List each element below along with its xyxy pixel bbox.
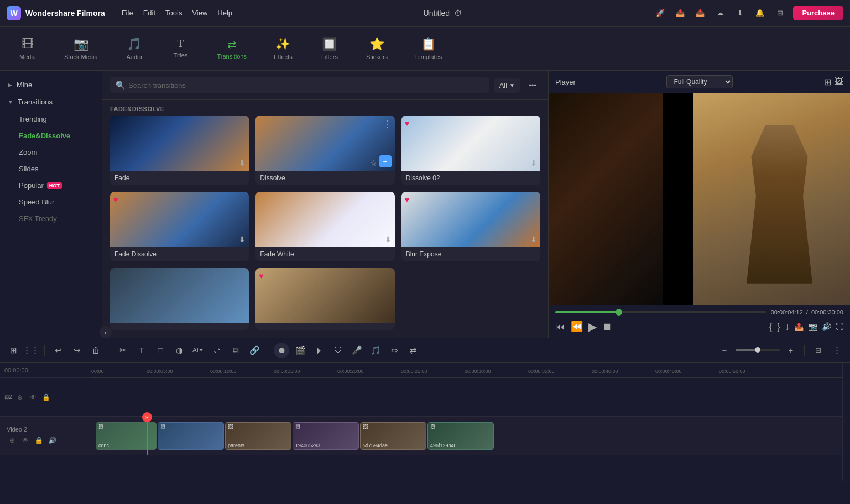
track-v2-lock-icon[interactable]: 🔒 [33, 435, 44, 446]
track-v2-volume-icon[interactable]: 🔊 [46, 435, 58, 446]
progress-thumb[interactable] [616, 309, 622, 316]
delete-button[interactable]: 🗑 [88, 343, 103, 358]
track-lock-icon[interactable]: 🔒 [41, 392, 52, 403]
audio-mix-button[interactable]: 🎵 [368, 343, 383, 358]
zoom-out-button[interactable]: − [717, 343, 732, 358]
sidebar-item-fade-dissolve[interactable]: Fade&Dissolve [3, 128, 98, 144]
sidebar-item-trending[interactable]: Trending [3, 111, 98, 127]
export-frame-button[interactable]: 📤 [794, 322, 804, 331]
redo-button[interactable]: ↪ [69, 343, 85, 358]
card-bottom1[interactable] [110, 268, 249, 330]
tab-effects[interactable]: ✨ Effects [267, 33, 300, 65]
zoom-slider[interactable] [736, 349, 780, 351]
purchase-button[interactable]: Purchase [793, 6, 843, 20]
play-button[interactable]: ▶ [588, 320, 597, 333]
download-icon[interactable]: ⬇ [732, 6, 748, 21]
mask-button[interactable]: ◑ [171, 343, 187, 358]
track-btn[interactable]: ⇔ [387, 343, 402, 358]
grid-icon[interactable]: ⊞ [772, 6, 788, 21]
record-button[interactable]: ⏺ [274, 343, 289, 358]
grid-layout-button[interactable]: ⊞ [810, 343, 826, 358]
ai-button[interactable]: AI✦ [190, 343, 206, 358]
skip-back-button[interactable]: ⏮ [555, 321, 565, 333]
transition-btn[interactable]: ⏵ [311, 343, 327, 358]
text-button[interactable]: T [134, 343, 149, 358]
sidebar-item-popular[interactable]: Popular HOT [3, 177, 98, 193]
sidebar-item-zoom[interactable]: Zoom [3, 144, 98, 160]
card-fade[interactable]: ⬇ Fade [110, 116, 249, 185]
tab-stickers[interactable]: ⭐ Stickers [359, 33, 394, 65]
clip-496[interactable]: 🖼 496f129b48... [427, 422, 494, 450]
cut-button[interactable]: ✂ [115, 343, 131, 358]
tab-titles[interactable]: T Titles [164, 34, 197, 63]
clip-parents[interactable]: 🖼 parents [225, 422, 291, 450]
portrait-view-icon[interactable]: 🖼 [835, 77, 843, 87]
audio-record-button[interactable]: 🎤 [349, 343, 364, 358]
menu-edit[interactable]: Edit [143, 9, 155, 17]
menu-view[interactable]: View [192, 9, 207, 17]
filter-dropdown[interactable]: All ▼ [494, 78, 520, 93]
download-icon[interactable]: ⬇ [530, 159, 537, 167]
track-add-icon[interactable]: ⊕ [14, 392, 25, 403]
swap-button[interactable]: ⇄ [405, 343, 421, 358]
insert-button[interactable]: ↓ [785, 321, 790, 333]
card-fade-dissolve[interactable]: ♥ ⬇ Fade Dissolve [110, 192, 249, 261]
download-icon[interactable]: ⬇ [385, 235, 392, 244]
tab-audio[interactable]: 🎵 Audio [118, 33, 151, 65]
timeline-scrollbar[interactable] [842, 363, 850, 481]
tab-templates[interactable]: 📋 Templates [408, 33, 449, 65]
progress-bar[interactable] [555, 311, 766, 313]
undo-button[interactable]: ↩ [50, 343, 66, 358]
clip-conc[interactable]: 🖼 conc [96, 422, 157, 450]
speed-button[interactable]: ⇌ [209, 343, 225, 358]
step-back-button[interactable]: ⏪ [571, 321, 583, 333]
star-icon[interactable]: ☆ [370, 159, 377, 167]
grid-view-icon[interactable]: ⊞ [824, 77, 831, 87]
download-icon[interactable]: ⬇ [239, 235, 246, 244]
search-input[interactable] [128, 81, 484, 90]
sidebar-item-slides[interactable]: Slides [3, 161, 98, 177]
download-icon[interactable]: ⬇ [530, 235, 537, 244]
snap-button[interactable]: ⋮⋮ [23, 343, 39, 358]
track-eye-icon[interactable]: 👁 [28, 392, 39, 403]
notification-icon[interactable]: 🔔 [752, 6, 768, 21]
tab-filters[interactable]: 🔲 Filters [313, 33, 346, 65]
card-blur-expose[interactable]: ♥ ⬇ Blur Expose [401, 192, 540, 261]
card-fade-white[interactable]: ⬇ Fade White [255, 192, 394, 261]
track-v2-eye-icon[interactable]: 👁 [20, 435, 31, 446]
sidebar-transitions-header[interactable]: ▼ Transitions [0, 93, 102, 111]
mark-out-button[interactable]: } [777, 321, 780, 333]
snapshot-button[interactable]: 📷 [808, 322, 817, 331]
cloud-icon[interactable]: ☁ [712, 6, 728, 21]
stop-button[interactable]: ⏹ [602, 321, 612, 333]
menu-file[interactable]: File [122, 9, 133, 17]
color-button[interactable]: 🛡 [330, 343, 346, 358]
fullscreen-button[interactable]: ⛶ [836, 322, 843, 331]
pip-button[interactable]: 🎬 [293, 343, 308, 358]
add-track-button[interactable]: ⊞ [6, 343, 21, 358]
crop-button[interactable]: □ [153, 343, 168, 358]
zoom-thumb[interactable] [755, 347, 760, 353]
magic-icon[interactable]: 🚀 [653, 6, 668, 21]
volume-button[interactable]: 🔊 [822, 322, 831, 331]
tab-media[interactable]: 🎞 Media [11, 33, 44, 65]
sidebar-mine-header[interactable]: ▶ Mine [0, 76, 102, 93]
clip-194[interactable]: 🖼 194065293... [293, 422, 359, 450]
mark-in-button[interactable]: { [769, 321, 773, 333]
more-options-button[interactable]: ⋮ [829, 343, 844, 358]
add-icon[interactable]: + [379, 155, 392, 167]
sidebar-item-sfx-trendy[interactable]: SFX Trendy [3, 211, 98, 227]
tab-transitions[interactable]: ⇄ Transitions [211, 33, 253, 64]
clip-5d7[interactable]: 🖼 5d7594dae... [360, 422, 426, 450]
card-dissolve-02[interactable]: ♥ ⬇ Dissolve 02 [401, 116, 540, 185]
track-v2-add-icon[interactable]: ⊕ [7, 435, 18, 446]
card-dissolve[interactable]: ⋮ ☆ + Dissolve [255, 116, 394, 185]
quality-select[interactable]: Full Quality Half Quality Quarter Qualit… [666, 75, 733, 88]
search-input-wrap[interactable]: 🔍 [110, 77, 489, 93]
link-button[interactable]: 🔗 [247, 343, 262, 358]
card-bottom2[interactable]: ♥ [255, 268, 394, 330]
import-icon[interactable]: 📥 [692, 6, 708, 21]
tab-stock-media[interactable]: 📷 Stock Media [58, 33, 105, 65]
copy-button[interactable]: ⧉ [228, 343, 243, 358]
sidebar-item-speed-blur[interactable]: Speed Blur [3, 194, 98, 210]
